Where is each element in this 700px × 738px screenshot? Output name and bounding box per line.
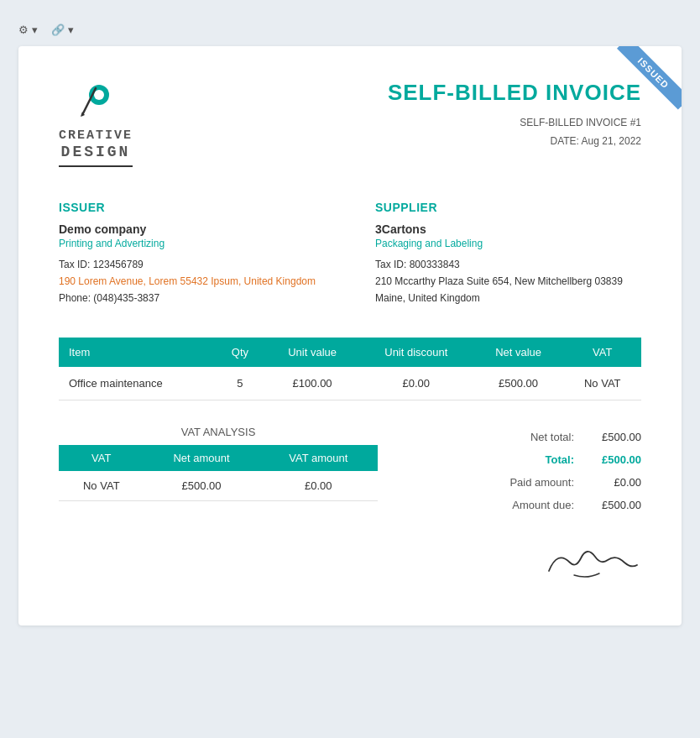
invoice-page: ISSUED CREATIVE DESIGN SELF-BILLED INVOI… [18, 46, 682, 625]
invoice-meta: SELF-BILLED INVOICE #1 DATE: Aug 21, 202… [388, 114, 641, 150]
supplier-tax-id: Tax ID: 800333843 [375, 256, 641, 273]
supplier-section: SUPPLIER 3Cartons Packaging and Labeling… [375, 201, 641, 307]
invoice-main-title: SELF-BILLED INVOICE [388, 80, 641, 106]
link-button[interactable]: 🔗 ▾ [51, 24, 74, 36]
vat-analysis: VAT ANALYSIS VAT Net amount VAT amount N… [59, 426, 378, 501]
issuer-tax-id: Tax ID: 123456789 [59, 256, 325, 273]
col-unit-value-header: Unit value [265, 338, 359, 367]
link-dropdown-arrow: ▾ [68, 24, 74, 36]
settings-dropdown-arrow: ▾ [32, 24, 38, 36]
col-unit-discount-header: Unit discount [359, 338, 473, 367]
net-total-row: Net total: £500.00 [423, 426, 641, 448]
supplier-label: SUPPLIER [375, 201, 641, 214]
total-row: Total: £500.00 [423, 448, 641, 471]
issuer-section: ISSUER Demo company Printing and Adverti… [59, 201, 325, 307]
vat-row: No VAT £500.00 £0.00 [59, 471, 378, 501]
logo-text: CREATIVE DESIGN [59, 128, 133, 162]
total-value: £500.00 [574, 453, 641, 466]
col-qty-header: Qty [215, 338, 265, 367]
vat-row-amount: £0.00 [259, 471, 378, 501]
logo-line1: CREATIVE [59, 128, 133, 144]
invoice-date: DATE: Aug 21, 2022 [388, 133, 641, 151]
paid-row: Paid amount: £0.00 [423, 471, 641, 494]
logo-underline [59, 165, 133, 167]
issuer-address: 190 Lorem Avenue, Lorem 55432 Ipsum, Uni… [59, 273, 325, 290]
logo-area: CREATIVE DESIGN [59, 80, 133, 167]
items-table: Item Qty Unit value Unit discount Net va… [59, 338, 641, 400]
vat-table: VAT Net amount VAT amount No VAT £500.00… [59, 445, 378, 501]
signature-icon [541, 533, 641, 584]
logo-icon [74, 80, 118, 123]
row-unit-value: £100.00 [265, 367, 359, 400]
vat-col-amount-header: VAT amount [259, 445, 378, 471]
due-value: £500.00 [574, 499, 641, 511]
vat-row-vat: No VAT [59, 471, 144, 501]
paid-value: £0.00 [574, 476, 641, 489]
gear-icon: ⚙ [18, 24, 29, 36]
col-item-header: Item [59, 338, 215, 367]
supplier-address: 210 Mccarthy Plaza Suite 654, New Mitche… [375, 273, 641, 307]
vat-analysis-title: VAT ANALYSIS [59, 426, 378, 438]
supplier-name: 3Cartons [375, 222, 641, 236]
toolbar: ⚙ ▾ 🔗 ▾ [18, 17, 682, 46]
col-vat-header: VAT [564, 338, 641, 367]
vat-col-net-header: Net amount [144, 445, 259, 471]
table-row: Office maintenance 5 £100.00 £0.00 £500.… [59, 367, 641, 400]
issuer-name: Demo company [59, 222, 325, 236]
issuer-label: ISSUER [59, 201, 325, 214]
row-item: Office maintenance [59, 367, 215, 400]
net-total-value: £500.00 [574, 431, 641, 443]
issued-ribbon: ISSUED [617, 46, 682, 109]
settings-button[interactable]: ⚙ ▾ [18, 24, 38, 36]
issuer-subtitle: Printing and Advertizing [59, 238, 325, 249]
due-label: Amount due: [423, 499, 574, 511]
total-label: Total: [423, 453, 574, 466]
row-net-value: £500.00 [473, 367, 564, 400]
due-row: Amount due: £500.00 [423, 494, 641, 516]
bottom-section: VAT ANALYSIS VAT Net amount VAT amount N… [59, 426, 641, 516]
col-net-value-header: Net value [473, 338, 564, 367]
logo-line2: DESIGN [59, 144, 133, 162]
svg-point-1 [94, 90, 104, 100]
invoice-title-area: SELF-BILLED INVOICE SELF-BILLED INVOICE … [388, 80, 641, 150]
paid-label: Paid amount: [423, 476, 574, 489]
vat-row-net: £500.00 [144, 471, 259, 501]
ribbon-corner: ISSUED [606, 46, 682, 122]
invoice-number: SELF-BILLED INVOICE #1 [388, 114, 641, 133]
supplier-subtitle: Packaging and Labeling [375, 238, 641, 249]
invoice-header: CREATIVE DESIGN SELF-BILLED INVOICE SELF… [59, 80, 641, 167]
link-icon: 🔗 [51, 24, 65, 36]
vat-col-vat-header: VAT [59, 445, 144, 471]
row-vat: No VAT [564, 367, 641, 400]
row-qty: 5 [215, 367, 265, 400]
totals-section: Net total: £500.00 Total: £500.00 Paid a… [423, 426, 641, 516]
parties-section: ISSUER Demo company Printing and Adverti… [59, 201, 641, 307]
issuer-phone: Phone: (048)435-3837 [59, 290, 325, 306]
row-unit-discount: £0.00 [359, 367, 473, 400]
signature-area [59, 533, 641, 584]
net-total-label: Net total: [423, 431, 574, 443]
